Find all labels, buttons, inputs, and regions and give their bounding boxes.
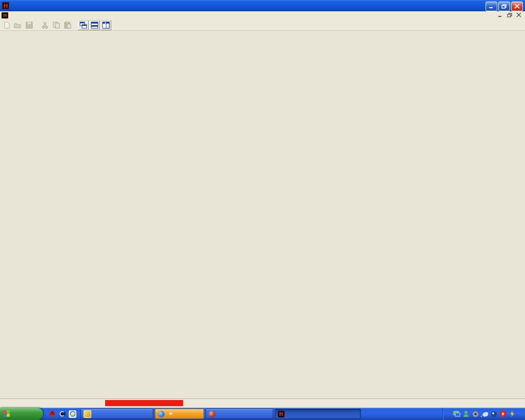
app-icon[interactable]: H	[2, 2, 9, 9]
menu-edit[interactable]	[17, 15, 23, 16]
network-monitor-icon[interactable]	[453, 410, 460, 417]
cut-button[interactable]	[39, 20, 50, 30]
taskbar: H	[0, 408, 525, 420]
menu-file[interactable]	[11, 15, 17, 16]
volume-knob-icon[interactable]	[472, 410, 479, 417]
ecu-status-badge	[105, 400, 183, 406]
power-bolt-icon[interactable]	[509, 410, 516, 417]
child-window-icon[interactable]: H	[2, 12, 8, 18]
close-button[interactable]	[511, 2, 523, 11]
mouse-icon[interactable]	[481, 410, 488, 417]
menu-options[interactable]	[35, 15, 42, 16]
task-halwin[interactable]: H	[275, 409, 361, 419]
copy-button[interactable]	[51, 20, 62, 30]
quicklaunch-ie-icon[interactable]	[69, 410, 76, 418]
child-close-button[interactable]	[515, 12, 523, 18]
task-bimmers[interactable]	[206, 409, 273, 419]
eurochrome-task-icon	[84, 410, 91, 418]
map-3d-view	[0, 31, 525, 398]
menu-maps[interactable]	[23, 15, 29, 16]
ignition-map-3d-plot[interactable]	[0, 31, 525, 398]
task-messenger[interactable]	[155, 409, 204, 419]
status-bar	[0, 398, 525, 407]
windows-logo-icon	[3, 410, 10, 417]
open-button[interactable]	[12, 20, 23, 30]
menu-window[interactable]	[42, 15, 48, 16]
toolbar	[0, 19, 525, 31]
paste-button[interactable]	[62, 20, 73, 30]
alert-red-icon[interactable]	[499, 410, 507, 417]
tile-horizontal-button[interactable]	[89, 20, 100, 30]
title-bar[interactable]: H	[0, 0, 525, 11]
messenger-task-icon	[158, 411, 165, 417]
child-restore-button[interactable]	[506, 12, 514, 18]
system-tray	[442, 408, 525, 420]
save-button[interactable]	[24, 20, 34, 30]
app-ball-icon[interactable]	[490, 410, 497, 417]
menu-setup[interactable]	[29, 15, 35, 16]
task-eurochrome[interactable]	[80, 409, 153, 419]
minimize-button[interactable]	[486, 2, 497, 11]
quick-launch	[48, 410, 76, 418]
desktop: H H	[0, 0, 525, 420]
start-button[interactable]	[0, 408, 43, 420]
restore-button[interactable]	[498, 2, 510, 11]
menu-bar: H	[0, 11, 525, 20]
messenger-status-icon[interactable]	[462, 410, 470, 417]
new-button[interactable]	[1, 20, 12, 30]
quicklaunch-browser-icon[interactable]	[58, 410, 66, 418]
quicklaunch-player-icon[interactable]	[48, 410, 56, 418]
menu-help[interactable]	[48, 15, 54, 16]
cascade-windows-button[interactable]	[78, 20, 89, 30]
halwin-task-icon: H	[278, 411, 285, 417]
child-minimize-button[interactable]	[497, 12, 504, 18]
tile-vertical-button[interactable]	[100, 20, 111, 30]
task-group-chevron-icon	[169, 413, 173, 415]
bimmers-task-icon	[209, 411, 215, 417]
